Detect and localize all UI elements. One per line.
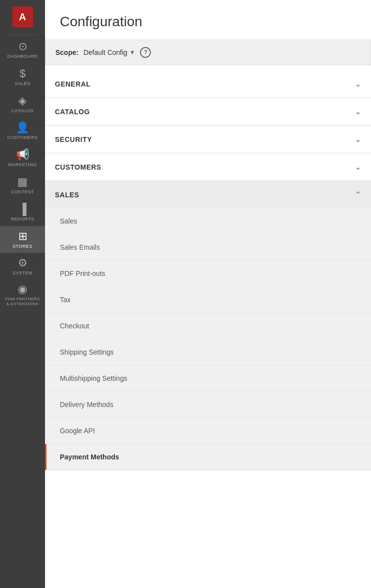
sub-item-delivery-methods[interactable]: Delivery Methods: [45, 392, 371, 418]
sidebar-item-label: CUSTOMERS: [7, 135, 38, 140]
section-sales-title: SALES: [55, 191, 79, 199]
sidebar-item-label: STORES: [13, 244, 33, 249]
sub-item-tax[interactable]: Tax: [45, 287, 371, 313]
section-security: SECURITY ⌄: [45, 126, 371, 153]
sub-item-shipping-settings[interactable]: Shipping Settings: [45, 339, 371, 365]
sidebar-item-label: REPORTS: [11, 217, 34, 222]
customers-icon: 👤: [16, 122, 29, 133]
sales-icon: $: [19, 68, 25, 79]
logo-container[interactable]: A: [0, 0, 45, 34]
sidebar-item-marketing[interactable]: 📢 MARKETING: [0, 144, 45, 172]
section-catalog-header[interactable]: CATALOG ⌄: [45, 98, 371, 125]
section-sales-header[interactable]: SALES ⌃: [45, 181, 371, 208]
section-customers-title: CUSTOMERS: [55, 163, 101, 171]
system-icon: ⚙: [18, 258, 28, 269]
section-catalog-title: CATALOG: [55, 108, 90, 116]
section-general-header[interactable]: GENERAL ⌄: [45, 70, 371, 97]
sidebar-item-customers[interactable]: 👤 CUSTOMERS: [0, 117, 45, 144]
sub-item-sales-emails[interactable]: Sales Emails: [45, 234, 371, 261]
chevron-up-icon: ⌃: [355, 190, 361, 199]
sidebar-item-system[interactable]: ⚙ SYSTEM: [0, 253, 45, 280]
sidebar-item-reports[interactable]: ▐ REPORTS: [0, 199, 45, 226]
sales-sub-items: Sales Sales Emails PDF Print-outs Tax Ch…: [45, 208, 371, 470]
section-catalog: CATALOG ⌄: [45, 98, 371, 126]
app-logo: A: [12, 6, 33, 27]
catalog-icon: ◈: [18, 95, 27, 106]
marketing-icon: 📢: [16, 149, 29, 160]
section-customers-header[interactable]: CUSTOMERS ⌄: [45, 153, 371, 181]
page-header: Configuration: [45, 0, 371, 40]
chevron-down-icon: ⌄: [355, 162, 361, 172]
scope-select[interactable]: Default Config ▼: [84, 48, 136, 56]
scope-value: Default Config: [84, 48, 128, 56]
section-general-title: GENERAL: [55, 80, 91, 88]
dashboard-icon: ⊙: [18, 41, 27, 52]
chevron-down-icon: ⌄: [355, 135, 361, 144]
sub-item-google-api[interactable]: Google API: [45, 418, 371, 444]
chevron-down-icon: ⌄: [355, 107, 361, 116]
sidebar-item-dashboard[interactable]: ⊙ DASHBOARD: [0, 36, 45, 63]
sub-item-multishipping-settings[interactable]: Multishipping Settings: [45, 365, 371, 392]
section-sales: SALES ⌃ Sales Sales Emails PDF Print-out…: [45, 181, 371, 470]
section-security-header[interactable]: SECURITY ⌄: [45, 126, 371, 153]
extensions-icon: ◉: [18, 284, 27, 295]
reports-icon: ▐: [19, 204, 27, 215]
sidebar: A ⊙ DASHBOARD $ SALES ◈ CATALOG 👤 CUSTOM…: [0, 0, 45, 588]
main-content: Configuration Scope: Default Config ▼ ? …: [45, 0, 371, 588]
sidebar-divider-top: [9, 35, 36, 35]
scope-help-icon[interactable]: ?: [140, 47, 151, 58]
sub-item-pdf-printouts[interactable]: PDF Print-outs: [45, 261, 371, 287]
sidebar-item-label: DASHBOARD: [7, 54, 38, 59]
sidebar-item-label: CATALOG: [11, 108, 34, 114]
sidebar-item-label: MARKETING: [8, 162, 37, 168]
sidebar-item-extensions[interactable]: ◉ FIND PARTNERS& EXTENSIONS: [0, 280, 45, 310]
scope-label: Scope:: [55, 48, 79, 56]
config-sections: GENERAL ⌄ CATALOG ⌄ SECURITY ⌄ CUSTOMERS…: [45, 70, 371, 470]
chevron-down-icon: ⌄: [355, 79, 361, 89]
sidebar-item-label: SALES: [15, 81, 31, 87]
sidebar-item-sales[interactable]: $ SALES: [0, 63, 45, 90]
sidebar-item-stores[interactable]: ⊞ STORES: [0, 226, 45, 253]
sub-item-sales[interactable]: Sales: [45, 208, 371, 234]
section-security-title: SECURITY: [55, 136, 92, 143]
content-icon: ▦: [17, 177, 28, 187]
scope-chevron-icon: ▼: [129, 49, 135, 56]
sidebar-item-content[interactable]: ▦ CONTENT: [0, 172, 45, 199]
sidebar-item-label: FIND PARTNERS& EXTENSIONS: [5, 297, 40, 306]
sub-item-payment-methods[interactable]: Payment Methods: [45, 444, 371, 470]
section-customers: CUSTOMERS ⌄: [45, 153, 371, 181]
scope-bar: Scope: Default Config ▼ ?: [45, 40, 371, 65]
page-title: Configuration: [60, 14, 356, 30]
sidebar-item-catalog[interactable]: ◈ CATALOG: [0, 90, 45, 118]
stores-icon: ⊞: [18, 231, 27, 242]
section-general: GENERAL ⌄: [45, 70, 371, 98]
sub-item-checkout[interactable]: Checkout: [45, 313, 371, 339]
sidebar-item-label: CONTENT: [11, 189, 34, 195]
sidebar-item-label: SYSTEM: [12, 271, 32, 276]
